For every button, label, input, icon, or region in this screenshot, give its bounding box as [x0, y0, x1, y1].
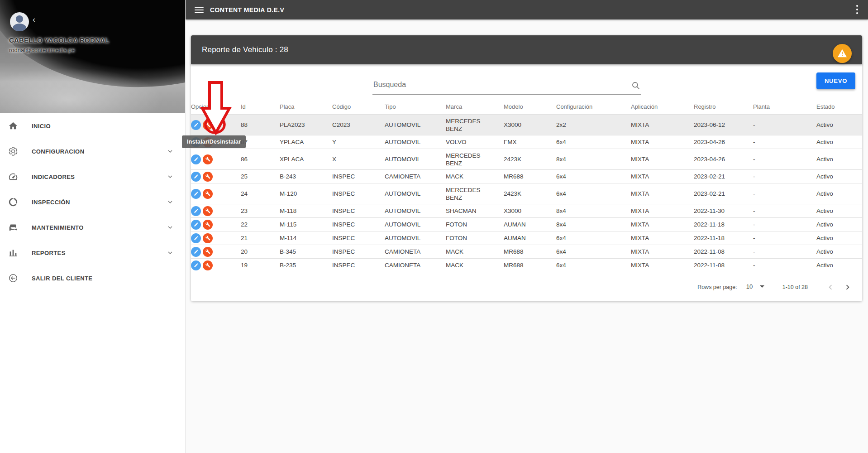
rows-per-page-label: Rows per page: — [697, 284, 737, 290]
pagination-range: 1-10 of 28 — [782, 284, 808, 290]
column-header-aplicacin: Aplicación — [631, 99, 694, 115]
install-button[interactable] — [203, 206, 213, 216]
cell-cdigo: INSPEC — [332, 231, 385, 245]
cell-modelo: FMX — [504, 135, 556, 149]
gauge-icon — [8, 172, 18, 182]
inspection-icon — [8, 197, 18, 207]
cell-marca: MACK — [446, 259, 504, 272]
cell-placa: M-114 — [280, 231, 332, 245]
cell-tipo: CAMIONETA — [385, 245, 446, 259]
chevron-down-icon — [166, 198, 174, 206]
edit-button[interactable] — [191, 120, 201, 130]
edit-button[interactable] — [191, 220, 201, 230]
column-header-registro: Registro — [694, 99, 753, 115]
sidebar-item-mantenimiento[interactable]: MANTENIMIENTO — [0, 215, 185, 240]
user-name: CABELLO YACOLCA RODNAL — [9, 36, 109, 44]
cell-id: 86 — [241, 149, 280, 170]
edit-button[interactable] — [191, 172, 201, 182]
cell-planta: - — [753, 259, 816, 272]
hamburger-menu-icon[interactable] — [195, 7, 204, 13]
cell-aplicacin: MIXTA — [631, 259, 694, 272]
cell-modelo: X3000 — [504, 115, 556, 135]
edit-button[interactable] — [191, 137, 201, 147]
cell-cdigo: INSPEC — [332, 183, 385, 204]
cell-cdigo: X — [332, 149, 385, 170]
sidebar-item-inicio[interactable]: INICIO — [0, 113, 185, 139]
pagination-prev-button[interactable] — [824, 281, 837, 294]
edit-button[interactable] — [191, 260, 201, 270]
cell-marca: FOTON — [446, 218, 504, 231]
edit-button[interactable] — [191, 206, 201, 216]
cell-id: 87 — [241, 135, 280, 149]
install-button[interactable] — [203, 172, 213, 182]
column-header-estado: Estado — [816, 99, 862, 115]
cell-modelo: X3000 — [504, 204, 556, 218]
search-input[interactable] — [372, 77, 641, 95]
logout-icon — [8, 273, 18, 283]
chevron-right-icon — [843, 282, 853, 292]
pagination: Rows per page: 10 1-10 of 28 — [191, 273, 862, 301]
cell-tipo: AUTOMOVIL — [385, 183, 446, 204]
cell-estado: Activo — [816, 218, 862, 231]
bar-chart-icon — [8, 248, 18, 258]
new-button[interactable]: NUEVO — [816, 72, 855, 89]
sidebar-item-label: INICIO — [32, 123, 51, 130]
row-actions-cell — [191, 115, 241, 135]
table-row: 87YPLACAYAUTOMOVILVOLVOFMX6x4MIXTA2023-0… — [191, 135, 862, 149]
kebab-menu-icon[interactable] — [856, 5, 858, 16]
cell-marca: SHACMAN — [446, 204, 504, 218]
table-row: 19B-235INSPECCAMIONETAMACKMR6886x4MIXTA2… — [191, 259, 862, 272]
pagination-next-button[interactable] — [841, 281, 854, 294]
cell-registro: 2022-11-08 — [694, 245, 753, 259]
chevron-left-icon[interactable]: ‹ — [33, 15, 35, 24]
cell-cdigo: INSPEC — [332, 259, 385, 272]
cell-aplicacin: MIXTA — [631, 218, 694, 231]
cell-placa: B-345 — [280, 245, 332, 259]
sidebar: ‹ CABELLO YACOLCA RODNAL rodnal@contentm… — [0, 0, 186, 453]
vehicle-table: OpcionesIdPlacaCódigoTipoMarcaModeloConf… — [191, 99, 862, 272]
cell-registro: 2022-11-08 — [694, 259, 753, 272]
column-header-marca: Marca — [446, 99, 504, 115]
install-button[interactable] — [203, 247, 213, 257]
cell-cdigo: INSPEC — [332, 204, 385, 218]
cell-estado: Activo — [816, 204, 862, 218]
app-title: CONTENT MEDIA D.E.V — [210, 6, 284, 14]
install-button[interactable] — [203, 233, 213, 243]
install-button[interactable] — [203, 189, 213, 199]
cell-cdigo: Y — [332, 135, 385, 149]
install-button[interactable] — [203, 137, 213, 147]
cell-cdigo: INSPEC — [332, 245, 385, 259]
edit-button[interactable] — [191, 154, 201, 164]
table-row: 25B-243INSPECCAMIONETAMACKMR6886x4MIXTA2… — [191, 170, 862, 183]
cell-registro: 2023-04-26 — [694, 149, 753, 170]
install-button[interactable] — [203, 260, 213, 270]
sidebar-item-indicadores[interactable]: INDICADORES — [0, 164, 185, 189]
install-button[interactable] — [203, 220, 213, 230]
edit-button[interactable] — [191, 233, 201, 243]
search-field — [372, 77, 641, 95]
install-button[interactable] — [203, 120, 213, 130]
edit-button[interactable] — [191, 189, 201, 199]
chevron-left-icon — [825, 282, 835, 292]
install-button[interactable] — [203, 154, 213, 164]
avatar — [10, 12, 29, 31]
home-icon — [8, 121, 18, 131]
cell-modelo: 2423K — [504, 183, 556, 204]
warning-icon[interactable] — [833, 44, 852, 63]
cell-tipo: AUTOMOVIL — [385, 231, 446, 245]
cell-configuracin: 6x4 — [556, 135, 631, 149]
sidebar-item-salir-del-cliente[interactable]: SALIR DEL CLIENTE — [0, 265, 185, 291]
sidebar-item-configuracion[interactable]: CONFIGURACION — [0, 139, 185, 164]
cell-planta: - — [753, 149, 816, 170]
sidebar-item-reportes[interactable]: REPORTES — [0, 240, 185, 265]
cell-marca: MERCEDES BENZ — [446, 115, 504, 135]
cell-id: 21 — [241, 231, 280, 245]
rows-per-page-select[interactable]: 10 — [744, 282, 765, 292]
cell-configuracin: 6x4 — [556, 245, 631, 259]
sidebar-item-label: INDICADORES — [32, 173, 75, 180]
sidebar-item-label: MANTENIMIENTO — [32, 224, 84, 231]
table-header-row: OpcionesIdPlacaCódigoTipoMarcaModeloConf… — [191, 99, 862, 115]
edit-button[interactable] — [191, 247, 201, 257]
sidebar-item-inspecci-n[interactable]: INSPECCIÓN — [0, 189, 185, 215]
chevron-down-icon — [166, 249, 174, 257]
